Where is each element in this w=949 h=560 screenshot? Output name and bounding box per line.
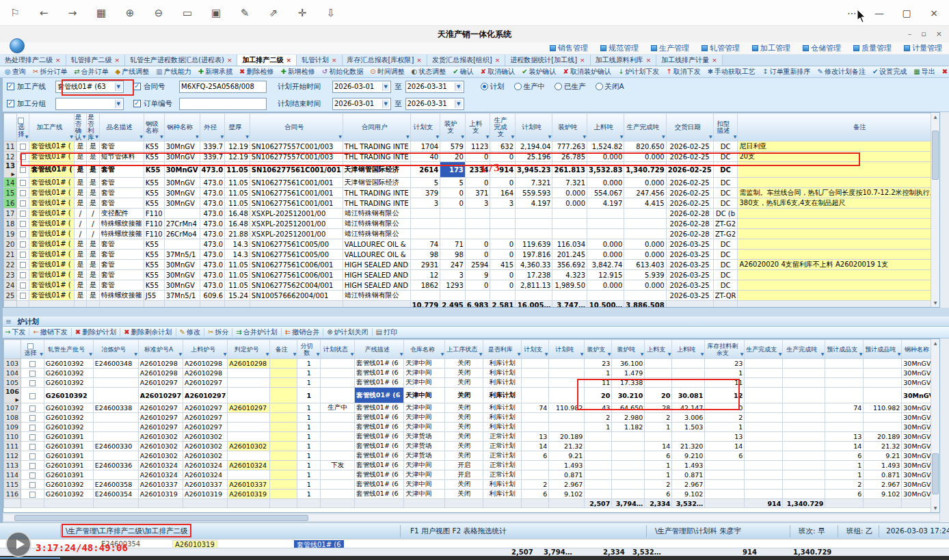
cell[interactable] bbox=[321, 470, 355, 480]
column-header-2[interactable]: 轧管生产批号▼ bbox=[44, 340, 93, 359]
cell[interactable] bbox=[490, 291, 516, 301]
cell[interactable] bbox=[228, 369, 270, 378]
cell[interactable] bbox=[321, 442, 355, 451]
edit-plan-remark-button[interactable]: ✎修改计划备注 bbox=[815, 67, 867, 77]
furnace-table-horizontal-scrollbar[interactable] bbox=[3, 514, 940, 522]
cell[interactable]: E24600338 bbox=[93, 403, 138, 413]
cell[interactable]: 21.32 bbox=[549, 442, 585, 451]
cell[interactable] bbox=[270, 480, 297, 490]
cell[interactable]: 473.0 bbox=[200, 270, 225, 280]
cell[interactable] bbox=[270, 403, 297, 413]
cell[interactable]: 14.3 bbox=[225, 250, 250, 260]
table-row-17[interactable]: 17套管线01# (//变径配件F110473.016.48XSXPL-2025… bbox=[4, 209, 941, 219]
cell[interactable]: 5 bbox=[440, 178, 466, 188]
cell[interactable]: 30MnGV bbox=[164, 280, 200, 291]
cell[interactable]: G26010392 bbox=[44, 369, 93, 378]
column-header-12[interactable]: 计划支▼ bbox=[410, 114, 440, 142]
column-header-4[interactable]: 标准炉号A▼ bbox=[138, 340, 183, 359]
row-select-cell[interactable] bbox=[16, 178, 29, 188]
cell[interactable]: 0.000 bbox=[624, 239, 666, 250]
cell[interactable] bbox=[738, 219, 940, 229]
cell[interactable]: A26010324 bbox=[183, 470, 228, 480]
cell[interactable]: 110.982 bbox=[864, 403, 902, 413]
cell[interactable] bbox=[321, 378, 355, 388]
cell[interactable] bbox=[440, 229, 466, 239]
cell[interactable]: 是 bbox=[87, 142, 100, 152]
cell[interactable]: 1293 bbox=[440, 280, 466, 291]
status-radio-2[interactable]: 生产中 bbox=[514, 82, 546, 92]
column-header-15[interactable]: 计划吨▼ bbox=[549, 340, 585, 359]
cell[interactable]: 3 bbox=[465, 198, 490, 209]
row-checkbox[interactable] bbox=[20, 190, 26, 196]
cell[interactable]: HIGH SEALED AND bbox=[343, 270, 410, 280]
tab-9[interactable]: 加工线原料利库× bbox=[591, 55, 657, 66]
cell[interactable] bbox=[745, 490, 783, 499]
cell[interactable]: G26010392 bbox=[44, 480, 93, 490]
cell[interactable]: 6 bbox=[645, 451, 672, 461]
cell[interactable]: 0 bbox=[465, 280, 490, 291]
cell[interactable] bbox=[612, 442, 645, 451]
cell[interactable]: 2026-02-28 bbox=[666, 209, 713, 219]
cell[interactable]: 套管 bbox=[99, 260, 144, 270]
cell[interactable]: 2 bbox=[585, 413, 612, 423]
filter-icon[interactable]: ▼ bbox=[486, 133, 490, 140]
cell[interactable]: 1 bbox=[645, 423, 672, 432]
table-row-15[interactable]: 15套管线01# (是是套管K5530MnGV473.011.05SN10627… bbox=[4, 188, 941, 198]
tab-6[interactable]: 库存汇总报表[库权限]× bbox=[343, 55, 427, 66]
row-select-cell[interactable] bbox=[16, 142, 29, 152]
row-select-cell[interactable] bbox=[21, 413, 44, 423]
column-header-7[interactable]: 钢种名称▼ bbox=[164, 114, 200, 142]
cell[interactable]: 0 bbox=[465, 250, 490, 260]
cell[interactable] bbox=[738, 250, 940, 260]
start-date-from[interactable]: 2026-03-01 ▼ bbox=[332, 81, 391, 93]
cell[interactable]: K55 bbox=[144, 260, 164, 270]
cell[interactable]: 靖江特殊钢有限公 bbox=[343, 209, 410, 219]
column-header-21[interactable]: 生产完成支▼ bbox=[745, 340, 783, 359]
menu-item-6[interactable]: 仓储管理 bbox=[803, 42, 841, 55]
column-header-4[interactable]: 是否利库▼ bbox=[87, 114, 100, 142]
table-row-20[interactable]: 20套管线01# (是是套管K55473.014.3SN106277561C00… bbox=[4, 239, 941, 250]
column-header-24[interactable]: 预计成品吨▼ bbox=[864, 340, 902, 359]
cell[interactable]: 特殊螺纹接箍 bbox=[99, 229, 144, 239]
cell[interactable]: A26010298 bbox=[228, 359, 270, 369]
undo-merge-button[interactable]: ⇇撤销合并 bbox=[283, 328, 321, 337]
cancel-send-button[interactable]: ↑取消下发 bbox=[664, 67, 702, 77]
cell[interactable]: 2.967 bbox=[864, 480, 902, 490]
cell[interactable]: 套管线01# ( bbox=[29, 209, 74, 219]
row-select-cell[interactable] bbox=[16, 219, 29, 229]
cell[interactable]: 套管 bbox=[99, 270, 144, 280]
cell[interactable]: 1 bbox=[705, 369, 745, 378]
cell[interactable]: SN106277557C001/003 bbox=[250, 142, 343, 152]
column-header-10[interactable]: 合同号▼ bbox=[250, 114, 343, 142]
cell[interactable] bbox=[738, 209, 940, 219]
cell[interactable] bbox=[783, 461, 825, 470]
cell[interactable]: 天津货场 bbox=[404, 442, 445, 451]
cell[interactable]: 是 bbox=[74, 198, 87, 209]
filter-icon[interactable]: ▼ bbox=[25, 133, 29, 140]
cell[interactable]: 0 bbox=[490, 239, 516, 250]
cell[interactable]: 0.000 bbox=[624, 178, 666, 188]
filter-icon[interactable]: ▼ bbox=[351, 351, 354, 358]
filter-icon[interactable]: ▼ bbox=[221, 133, 224, 140]
cell[interactable]: A26010337 bbox=[138, 480, 183, 490]
minimize-icon[interactable]: — bbox=[874, 8, 885, 18]
cell[interactable] bbox=[270, 423, 297, 432]
cell[interactable]: A26010297 bbox=[138, 388, 183, 403]
scroll-up-icon[interactable]: ▲ bbox=[931, 113, 939, 121]
cell[interactable]: 2 bbox=[645, 480, 672, 490]
cell[interactable] bbox=[783, 432, 825, 442]
menu-item-8[interactable]: 计量管理 bbox=[904, 42, 942, 55]
table-row-11[interactable]: 11套管线01# (是是套管K5530MnGV339.712.19SN10627… bbox=[4, 142, 941, 152]
cell[interactable]: 套管 bbox=[99, 142, 144, 152]
table-row-106[interactable]: 106▶G26010392A26010297A260102971套管线01# (… bbox=[4, 388, 936, 403]
column-header-19[interactable]: 上料吨▼ bbox=[672, 340, 705, 359]
table-row-112[interactable]: 112G26010391A26010302A260103021套管线01# (6… bbox=[4, 451, 936, 461]
cell[interactable] bbox=[705, 470, 745, 480]
cell[interactable]: 11.05 bbox=[225, 270, 250, 280]
cell[interactable]: 0.000 bbox=[587, 239, 624, 250]
column-header-8[interactable]: 分切数▼ bbox=[297, 340, 321, 359]
cell[interactable]: 生产中 bbox=[321, 403, 355, 413]
cell[interactable] bbox=[745, 470, 783, 480]
cell[interactable]: 套管 bbox=[99, 188, 144, 198]
row-checkbox[interactable] bbox=[20, 231, 26, 237]
